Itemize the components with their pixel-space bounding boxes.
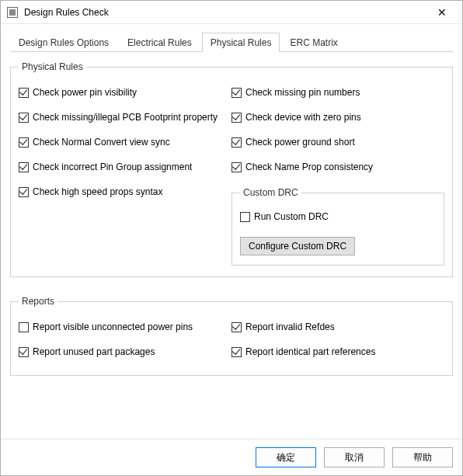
checkbox-label: Check power ground short — [245, 137, 355, 148]
checkbox-icon — [232, 137, 242, 148]
help-button[interactable]: 帮助 — [392, 447, 453, 467]
run-custom-drc[interactable]: Run Custom DRC — [240, 211, 436, 222]
checkbox-label: Report unused part packages — [33, 346, 155, 357]
checkbox-icon — [232, 322, 242, 332]
tab-erc-matrix[interactable]: ERC Matrix — [281, 33, 346, 52]
tab-electrical-rules[interactable]: Electrical Rules — [119, 33, 200, 52]
check-power-ground-short[interactable]: Check power ground short — [232, 137, 444, 148]
checkbox-label: Report identical part references — [245, 346, 375, 357]
report-invalid-refdes[interactable]: Report invalid Refdes — [232, 321, 444, 332]
reports-legend: Reports — [19, 296, 57, 307]
checkbox-label: Check incorrect Pin Group assignment — [33, 162, 192, 172]
custom-drc-legend: Custom DRC — [240, 187, 301, 198]
report-unused-part-packages[interactable]: Report unused part packages — [19, 346, 232, 357]
check-missing-pin-numbers[interactable]: Check missing pin numbers — [232, 87, 444, 98]
reports-group: Reports Report visible unconnected power… — [10, 296, 453, 376]
checkbox-label: Report invalid Refdes — [245, 321, 335, 332]
app-icon — [7, 7, 18, 18]
checkbox-icon — [19, 113, 29, 123]
checkbox-icon — [232, 113, 242, 123]
checkbox-label: Run Custom DRC — [254, 211, 329, 222]
check-device-zero-pins[interactable]: Check device with zero pins — [232, 112, 444, 123]
check-missing-footprint[interactable]: Check missing/illegal PCB Footprint prop… — [19, 112, 232, 123]
checkbox-icon — [19, 162, 29, 172]
checkbox-icon — [19, 187, 29, 197]
checkbox-label: Check power pin visibility — [33, 87, 137, 98]
report-visible-unconnected-power-pins[interactable]: Report visible unconnected power pins — [19, 321, 232, 332]
custom-drc-group: Custom DRC Run Custom DRC Configure Cust… — [232, 187, 444, 266]
dialog-footer: 确定 取消 帮助 — [1, 439, 462, 475]
checkbox-label: Check missing/illegal PCB Footprint prop… — [33, 112, 218, 123]
checkbox-label: Report visible unconnected power pins — [33, 321, 193, 332]
report-identical-part-references[interactable]: Report identical part references — [232, 346, 444, 357]
configure-custom-drc-button[interactable]: Configure Custom DRC — [240, 237, 355, 255]
checkbox-label: Check Normal Convert view sync — [33, 137, 170, 148]
tab-design-rules-options[interactable]: Design Rules Options — [10, 33, 117, 52]
check-normal-convert-view-sync[interactable]: Check Normal Convert view sync — [19, 137, 232, 148]
checkbox-icon — [232, 162, 242, 172]
checkbox-label: Check device with zero pins — [245, 112, 361, 123]
check-high-speed-props-syntax[interactable]: Check high speed props syntax — [19, 186, 232, 197]
checkbox-label: Check high speed props syntax — [33, 186, 162, 197]
physical-rules-legend: Physical Rules — [19, 61, 86, 72]
tab-physical-rules[interactable]: Physical Rules — [202, 33, 280, 52]
ok-button[interactable]: 确定 — [256, 447, 316, 467]
checkbox-icon — [232, 88, 242, 98]
checkbox-icon — [232, 347, 242, 357]
tab-strip: Design Rules Options Electrical Rules Ph… — [10, 32, 453, 52]
checkbox-icon — [19, 322, 29, 332]
check-incorrect-pin-group[interactable]: Check incorrect Pin Group assignment — [19, 162, 232, 172]
checkbox-icon — [19, 347, 29, 357]
checkbox-label: Check Name Prop consistency — [245, 162, 373, 172]
close-button[interactable]: ✕ — [428, 1, 456, 23]
checkbox-icon — [240, 212, 250, 222]
check-name-prop-consistency[interactable]: Check Name Prop consistency — [232, 162, 444, 172]
window-title: Design Rules Check — [24, 7, 428, 18]
check-power-pin-visibility[interactable]: Check power pin visibility — [19, 87, 232, 98]
checkbox-icon — [19, 88, 29, 98]
physical-rules-group: Physical Rules Check power pin visibilit… — [10, 61, 453, 277]
dialog-window: Design Rules Check ✕ Design Rules Option… — [0, 0, 463, 476]
checkbox-icon — [19, 137, 29, 148]
cancel-button[interactable]: 取消 — [324, 447, 385, 467]
checkbox-label: Check missing pin numbers — [245, 87, 360, 98]
titlebar: Design Rules Check ✕ — [1, 1, 462, 24]
